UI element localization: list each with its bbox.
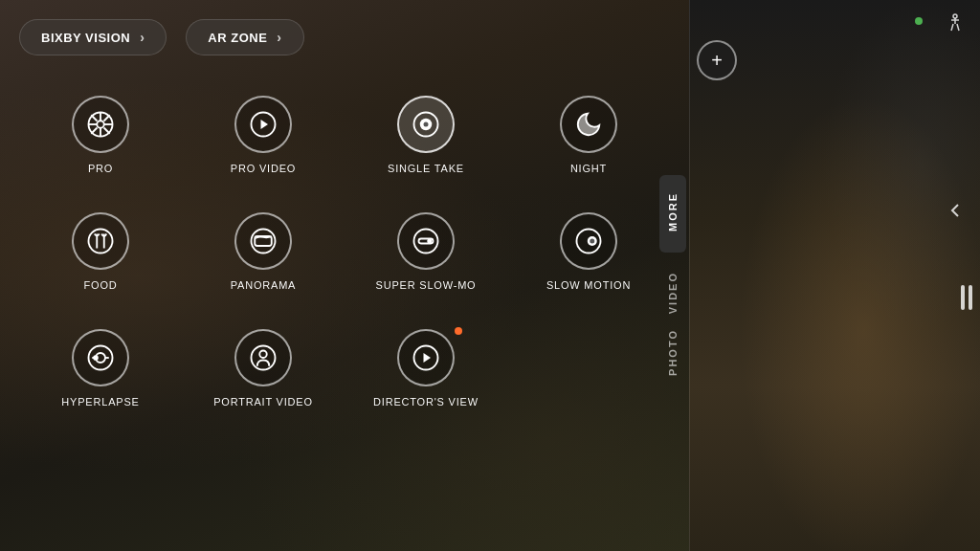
pro-label: PRO	[88, 163, 113, 174]
night-icon-wrap	[560, 96, 617, 153]
bixby-label: BIXBY VISION	[41, 31, 130, 45]
pro-icon-wrap	[72, 96, 129, 153]
ar-zone-label: AR ZONE	[208, 31, 267, 45]
side-labels: MORE VIDEO PHOTO	[656, 0, 689, 551]
portrait-video-icon-wrap	[234, 329, 292, 386]
pause-bar-left	[961, 285, 965, 310]
svg-line-5	[104, 128, 110, 134]
single-take-icon	[412, 110, 440, 139]
mode-night[interactable]: NIGHT	[507, 96, 670, 174]
svg-point-26	[590, 239, 594, 244]
photo-label[interactable]: PHOTO	[667, 329, 679, 376]
bixby-chevron-icon: ›	[140, 30, 145, 45]
aperture-icon	[86, 110, 115, 139]
svg-point-1	[97, 121, 104, 128]
bixby-vision-button[interactable]: BIXBY VISION ›	[19, 19, 167, 55]
single-take-label: SINGLE TAKE	[388, 163, 464, 174]
portrait-video-label: PORTRAIT VIDEO	[213, 396, 313, 408]
pro-video-icon-wrap	[234, 96, 292, 153]
food-icon-wrap	[72, 212, 129, 270]
svg-point-14	[424, 122, 429, 127]
super-slow-mo-label: SUPER SLOW-MO	[376, 279, 477, 291]
svg-point-15	[89, 230, 113, 253]
back-button[interactable]	[944, 199, 967, 228]
pro-video-icon	[249, 110, 278, 139]
camera-modes-panel: BIXBY VISION › AR ZONE ›	[0, 0, 689, 551]
viewfinder-panel	[689, 0, 980, 551]
mode-portrait-video[interactable]: PORTRAIT VIDEO	[182, 329, 345, 408]
directors-view-label: DIRECTOR'S VIEW	[373, 396, 479, 408]
mode-directors-view[interactable]: DIRECTOR'S VIEW	[345, 329, 507, 408]
app-container: BIXBY VISION › AR ZONE ›	[0, 0, 980, 551]
mode-grid: PRO PRO VIDEO	[19, 96, 670, 408]
super-slow-mo-icon-wrap	[397, 212, 455, 270]
panorama-icon	[249, 227, 278, 255]
slow-motion-icon-wrap	[560, 212, 617, 270]
svg-point-23	[427, 239, 432, 244]
mode-super-slow-mo[interactable]: SUPER SLOW-MO	[345, 212, 507, 291]
super-slow-mo-icon	[412, 227, 440, 255]
mode-food[interactable]: FOOD	[19, 212, 182, 291]
svg-point-21	[414, 230, 438, 253]
hyperlapse-label: HYPERLAPSE	[61, 396, 139, 408]
single-take-icon-wrap	[397, 96, 455, 153]
directors-view-icon-wrap	[397, 329, 455, 386]
pause-bar-right	[969, 285, 972, 310]
moon-icon	[574, 110, 603, 139]
slow-motion-icon	[574, 227, 603, 255]
svg-point-36	[953, 14, 957, 18]
directors-view-icon	[412, 343, 440, 372]
svg-marker-35	[424, 353, 432, 363]
mode-panorama[interactable]: PANORAMA	[182, 212, 345, 291]
food-label: FOOD	[84, 279, 118, 291]
svg-line-8	[91, 128, 97, 134]
pause-icon	[961, 285, 972, 310]
ar-zone-chevron-icon: ›	[277, 30, 281, 45]
ar-zone-button[interactable]: AR ZONE ›	[186, 19, 303, 55]
slow-motion-label: SLOW MOTION	[546, 279, 631, 291]
svg-marker-11	[261, 120, 269, 129]
utensils-icon	[86, 227, 115, 255]
mode-pro[interactable]: PRO	[19, 96, 182, 174]
svg-point-31	[94, 356, 98, 360]
mode-pro-video[interactable]: PRO VIDEO	[182, 96, 345, 174]
svg-line-9	[104, 115, 110, 121]
night-label: NIGHT	[570, 163, 607, 174]
mode-hyperlapse[interactable]: HYPERLAPSE	[19, 329, 182, 408]
top-bar: BIXBY VISION › AR ZONE ›	[19, 19, 304, 55]
add-mode-button[interactable]: +	[697, 40, 737, 80]
accessibility-icon[interactable]	[944, 11, 967, 40]
svg-line-4	[91, 115, 97, 121]
panorama-icon-wrap	[234, 212, 292, 270]
mode-single-take[interactable]: SINGLE TAKE	[345, 96, 507, 174]
hyperlapse-icon	[86, 343, 115, 372]
portrait-video-icon	[249, 343, 278, 372]
directors-view-dot	[455, 327, 462, 335]
more-label-wrap[interactable]: MORE	[659, 175, 686, 253]
svg-point-33	[259, 351, 267, 359]
panorama-label: PANORAMA	[231, 279, 297, 291]
status-dot	[915, 17, 923, 25]
hyperlapse-icon-wrap	[72, 329, 129, 386]
mode-slow-motion[interactable]: SLOW MOTION	[507, 212, 670, 291]
pro-video-label: PRO VIDEO	[231, 163, 296, 174]
video-label[interactable]: VIDEO	[667, 272, 679, 314]
panel-divider	[689, 0, 690, 551]
more-label: MORE	[667, 192, 679, 231]
